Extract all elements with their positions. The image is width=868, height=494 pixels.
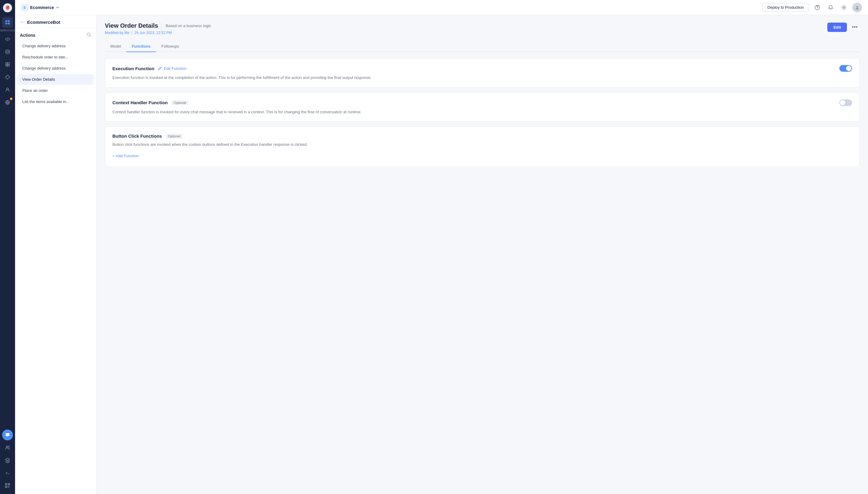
page-subtitle: Based on a business logic bbox=[162, 23, 211, 28]
sidebar-item-list-items[interactable]: List the items available in... bbox=[17, 96, 94, 107]
svg-rect-1 bbox=[5, 20, 7, 22]
globe-star-icon[interactable]: ✦ bbox=[2, 97, 13, 108]
svg-rect-4 bbox=[8, 23, 10, 24]
layers-icon[interactable] bbox=[2, 455, 13, 466]
dropdown-icon bbox=[56, 6, 59, 10]
settings-button[interactable] bbox=[839, 3, 849, 12]
main-panel: View Order Details Based on a business l… bbox=[96, 15, 868, 494]
meta-date: 29 Jun 2023, 12:52 PM bbox=[134, 31, 172, 35]
breadcrumb-title: EcommerceBot bbox=[27, 20, 60, 25]
context-handler-function-title: Context Handler Function bbox=[112, 100, 168, 105]
more-options-button[interactable]: ••• bbox=[850, 22, 860, 32]
user-avatar[interactable] bbox=[852, 3, 862, 12]
execution-function-title-area: Execution Function Edit Function bbox=[112, 66, 187, 71]
sidebar-section-title: Actions bbox=[20, 33, 35, 38]
execution-function-desc: Execution function is invoked at the com… bbox=[112, 75, 852, 81]
context-handler-function-toggle[interactable] bbox=[839, 99, 852, 106]
diamond-icon[interactable] bbox=[2, 72, 13, 82]
context-handler-function-card-header: Context Handler Function Optional bbox=[112, 99, 852, 106]
page-meta: Modified by Me | 29 Jun 2023, 12:52 PM bbox=[105, 31, 211, 35]
sidebar-breadcrumb: ← EcommerceBot bbox=[15, 15, 96, 28]
button-click-function-desc: Button click functions are invoked when … bbox=[112, 141, 852, 148]
page-title-area: View Order Details Based on a business l… bbox=[105, 22, 211, 35]
svg-point-19 bbox=[856, 6, 858, 8]
context-handler-function-title-area: Context Handler Function Optional bbox=[112, 100, 188, 105]
execution-function-card: Execution Function Edit Function Executi… bbox=[105, 58, 860, 88]
context-handler-function-desc: Context handler function is invoked for … bbox=[112, 109, 852, 115]
terminal-icon[interactable] bbox=[2, 468, 13, 478]
main-wrapper: E Ecommerce Deploy to Production bbox=[15, 0, 868, 494]
svg-point-5 bbox=[6, 50, 10, 52]
execution-function-card-header: Execution Function Edit Function bbox=[112, 65, 852, 72]
sidebar-item-change-delivery-2[interactable]: Change delivery address bbox=[17, 63, 94, 74]
button-click-function-title-area: Button Click Functions Optional bbox=[112, 133, 183, 138]
app-name: Ecommerce bbox=[30, 5, 54, 10]
edit-pencil-icon bbox=[158, 66, 162, 71]
sidebar-item-change-delivery-1[interactable]: Change delivery address bbox=[17, 41, 94, 51]
svg-point-8 bbox=[6, 446, 8, 448]
services-label: Services bbox=[0, 29, 15, 32]
person-icon[interactable] bbox=[2, 84, 13, 95]
button-click-function-title: Button Click Functions bbox=[112, 133, 162, 138]
svg-point-9 bbox=[8, 446, 10, 447]
button-click-function-card-header: Button Click Functions Optional bbox=[112, 133, 852, 138]
button-click-optional-badge: Optional bbox=[165, 134, 183, 138]
svg-rect-2 bbox=[8, 20, 10, 22]
tabs-bar: Model Functions Followups bbox=[105, 41, 860, 52]
back-button[interactable]: ← bbox=[20, 19, 25, 25]
notifications-button[interactable] bbox=[826, 3, 835, 12]
tab-model[interactable]: Model bbox=[105, 41, 126, 52]
execution-function-title: Execution Function bbox=[112, 66, 154, 71]
meta-modified-by-label: Modified by bbox=[105, 31, 123, 35]
svg-rect-13 bbox=[6, 484, 7, 484]
page-header-actions: Edit ••• bbox=[827, 22, 860, 32]
add-function-button[interactable]: + Add Function bbox=[112, 152, 852, 160]
sidebar-search-button[interactable] bbox=[87, 32, 91, 38]
button-click-function-card: Button Click Functions Optional Button c… bbox=[105, 127, 860, 167]
content-area: ← EcommerceBot Actions Change delivery a… bbox=[15, 15, 868, 494]
sidebar-section-header: Actions bbox=[15, 28, 96, 40]
svg-rect-14 bbox=[9, 484, 10, 484]
services-icon[interactable] bbox=[2, 17, 13, 28]
execution-function-toggle[interactable] bbox=[839, 65, 852, 72]
context-handler-toggle-knob bbox=[840, 100, 845, 106]
sidebar-item-place-order[interactable]: Place an order bbox=[17, 85, 94, 96]
context-handler-optional-badge: Optional bbox=[171, 100, 188, 105]
sidebar-item-view-order-details[interactable]: View Order Details bbox=[17, 74, 94, 84]
edit-button[interactable]: Edit bbox=[827, 23, 847, 32]
chat-icon[interactable] bbox=[2, 430, 13, 440]
contacts-icon[interactable] bbox=[2, 442, 13, 453]
edit-function-link[interactable]: Edit Function bbox=[158, 66, 187, 71]
rail-bottom-group bbox=[2, 430, 13, 491]
qr-icon[interactable] bbox=[2, 480, 13, 491]
page-title: View Order Details bbox=[105, 22, 158, 29]
deploy-button[interactable]: Deploy to Production bbox=[762, 3, 809, 12]
svg-point-6 bbox=[7, 88, 8, 90]
grid-icon[interactable] bbox=[2, 59, 13, 70]
edit-function-label: Edit Function bbox=[164, 66, 187, 71]
app-badge: E bbox=[21, 4, 28, 11]
sidebar-item-reschedule-order[interactable]: Reschedule order to late... bbox=[17, 52, 94, 62]
svg-rect-3 bbox=[5, 23, 7, 24]
meta-user: Me bbox=[125, 31, 130, 35]
database-icon[interactable] bbox=[2, 46, 13, 57]
tab-followups[interactable]: Followups bbox=[156, 41, 185, 52]
sidebar: ← EcommerceBot Actions Change delivery a… bbox=[15, 15, 96, 494]
top-header: E Ecommerce Deploy to Production bbox=[15, 0, 868, 15]
code-icon[interactable] bbox=[2, 34, 13, 44]
svg-point-18 bbox=[843, 7, 845, 8]
page-title-row: View Order Details Based on a business l… bbox=[105, 22, 211, 29]
page-header: View Order Details Based on a business l… bbox=[105, 22, 860, 35]
svg-point-17 bbox=[817, 8, 818, 9]
context-handler-function-card: Context Handler Function Optional Contex… bbox=[105, 93, 860, 122]
tab-functions[interactable]: Functions bbox=[126, 41, 156, 52]
svg-rect-15 bbox=[6, 487, 7, 487]
services-nav-group: Services bbox=[0, 17, 15, 32]
app-logo[interactable] bbox=[3, 3, 12, 13]
icon-rail: Services bbox=[0, 0, 15, 494]
help-button[interactable] bbox=[813, 3, 822, 12]
app-selector[interactable]: E Ecommerce bbox=[21, 4, 59, 11]
execution-toggle-knob bbox=[846, 66, 851, 71]
